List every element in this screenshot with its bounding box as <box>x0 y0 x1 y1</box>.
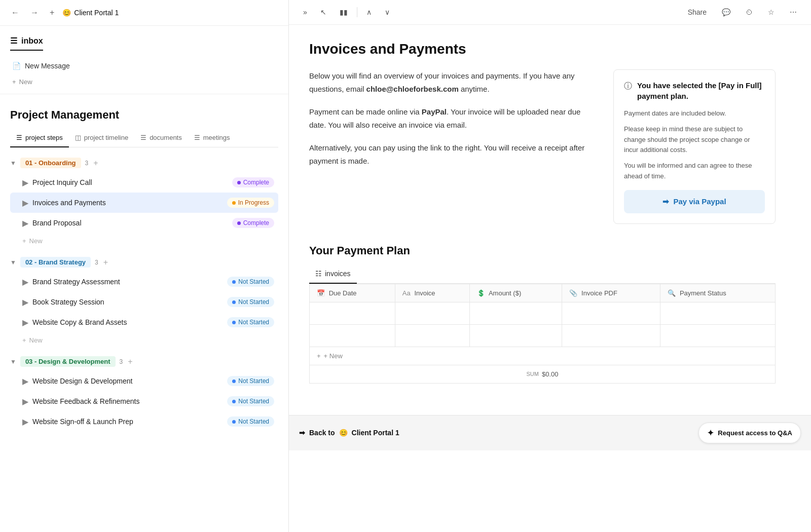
document-icon: 📄 <box>12 62 21 70</box>
tab-project-steps[interactable]: ☰ project steps <box>10 130 69 147</box>
table-add-label: + New <box>324 352 343 360</box>
group-brand-strategy-count: 3 <box>95 259 98 266</box>
task-progress-icon: ▶ <box>22 178 28 187</box>
task-progress-icon: ▶ <box>22 376 28 386</box>
history-button[interactable]: ⏲ <box>742 6 757 18</box>
main-content: Invoices and Payments Below you will fin… <box>289 25 796 415</box>
tab-doc-icon: ☰ <box>140 134 146 141</box>
th-due-date-label: Due Date <box>329 289 357 297</box>
group-design-dev-label: 03 - Design & Development <box>20 356 116 367</box>
prev-button[interactable]: ∧ <box>362 6 376 18</box>
tab-label: project steps <box>25 134 63 141</box>
back-portal-name: Client Portal 1 <box>352 429 399 437</box>
forward-button[interactable]: → <box>27 6 42 19</box>
amount-icon: 💲 <box>477 289 485 297</box>
task-website-signoff[interactable]: ▶ Website Sign-off & Launch Prep Not Sta… <box>10 411 278 432</box>
info-card-line3: You will be informed and can agree to th… <box>624 161 765 182</box>
task-website-copy-brand-assets[interactable]: ▶ Website Copy & Brand Assets Not Starte… <box>10 312 278 332</box>
task-invoices-payments[interactable]: ▶ Invoices and Payments In Progress <box>10 193 278 213</box>
pay-via-paypal-button[interactable]: ➡ Pay via Paypal <box>624 190 765 213</box>
group-brand-strategy-add[interactable]: + <box>103 258 108 267</box>
expand-button[interactable]: » <box>299 6 311 18</box>
group-design-dev-add[interactable]: + <box>128 357 132 366</box>
task-name: Brand Proposal <box>32 219 82 227</box>
cell-amount <box>470 302 562 324</box>
next-button[interactable]: ∨ <box>381 6 394 18</box>
status-badge-not-started: Not Started <box>227 376 274 386</box>
badge-dot <box>232 400 236 403</box>
cell-invoice-pdf <box>562 302 660 324</box>
table-icon: ☷ <box>315 270 322 278</box>
badge-dot <box>232 201 236 205</box>
cell-payment-status <box>660 324 776 347</box>
task-progress-icon: ▶ <box>22 397 28 406</box>
task-progress-icon: ▶ <box>22 218 28 228</box>
add-task-brand-strategy[interactable]: + New <box>10 332 278 348</box>
tab-project-timeline[interactable]: ◫ project timeline <box>69 130 134 147</box>
new-message-item[interactable]: 📄 New Message <box>10 57 278 75</box>
plus-icon: + <box>22 237 26 245</box>
cell-invoice <box>395 324 469 347</box>
group-onboarding-header: ▼ 01 - Onboarding 3 + <box>10 158 278 168</box>
inbox-tab[interactable]: ☰ inbox <box>10 36 43 51</box>
comment-button[interactable]: 💬 <box>718 6 734 18</box>
tab-grid-icon: ◫ <box>75 134 81 141</box>
qa-button[interactable]: ✦ Request access to Q&A <box>698 423 801 443</box>
sum-value: $0.00 <box>542 370 559 378</box>
add-button[interactable]: + <box>47 6 57 19</box>
back-link[interactable]: ➡ Back to 😊 Client Portal 1 <box>299 429 399 437</box>
th-invoice: Aa Invoice <box>395 284 469 302</box>
cell-invoice-pdf <box>562 324 660 347</box>
new-link-label: New <box>19 78 32 86</box>
share-button[interactable]: Share <box>684 6 711 18</box>
pay-btn-label: Pay via Paypal <box>673 197 726 206</box>
more-button[interactable]: ⋯ <box>786 6 801 18</box>
badge-label: Complete <box>243 219 269 226</box>
task-book-strategy-session[interactable]: ▶ Book Strategy Session Not Started <box>10 292 278 312</box>
status-badge-in-progress: In Progress <box>227 198 274 208</box>
task-brand-proposal[interactable]: ▶ Brand Proposal Complete <box>10 213 278 233</box>
badge-label: Not Started <box>238 319 269 326</box>
tab-documents[interactable]: ☰ documents <box>134 130 188 147</box>
tab-meetings[interactable]: ☰ meetings <box>188 130 236 147</box>
status-badge-not-started: Not Started <box>227 396 274 406</box>
info-card-line2: Please keep in mind these are subject to… <box>624 124 765 156</box>
task-name: Book Strategy Session <box>32 298 104 306</box>
invoices-tab-label: invoices <box>325 270 351 278</box>
group-design-dev-header: ▼ 03 - Design & Development 3 + <box>10 356 278 367</box>
table-add-row[interactable]: + + New <box>309 347 776 365</box>
info-card: ⓘ You have selected the [Pay in Full] pa… <box>613 69 776 224</box>
add-task-onboarding[interactable]: + New <box>10 233 278 249</box>
task-website-design-dev[interactable]: ▶ Website Design & Development Not Start… <box>10 371 278 391</box>
status-badge-not-started: Not Started <box>227 317 274 327</box>
content-text: Below you will find an overview of your … <box>309 69 598 224</box>
pay-arrow-icon: ➡ <box>662 197 669 206</box>
info-card-title: You have selected the [Pay in Full] paym… <box>637 80 765 101</box>
table-row <box>310 324 776 347</box>
inbox-section: ☰ inbox 📄 New Message + New <box>0 26 288 94</box>
group-onboarding-count: 3 <box>85 160 89 167</box>
arrow-icon: ➡ <box>299 429 305 437</box>
invoices-tab[interactable]: ☷ invoices <box>309 265 357 284</box>
task-brand-strategy-assessment[interactable]: ▶ Brand Strategy Assessment Not Started <box>10 272 278 292</box>
bookmark-button[interactable]: ☆ <box>764 6 779 18</box>
table-row <box>310 302 776 324</box>
task-website-feedback[interactable]: ▶ Website Feedback & Refinements Not Sta… <box>10 391 278 411</box>
info-card-header: ⓘ You have selected the [Pay in Full] pa… <box>624 80 765 101</box>
search-icon: 🔍 <box>668 289 676 297</box>
back-button[interactable]: ← <box>8 6 22 19</box>
view-toggle-button[interactable]: ▮▮ <box>336 6 352 18</box>
th-payment-status: 🔍 Payment Status <box>660 284 776 302</box>
task-project-inquiry-call[interactable]: ▶ Project Inquiry Call Complete <box>10 172 278 193</box>
status-badge-not-started: Not Started <box>227 277 274 287</box>
task-progress-icon: ▶ <box>22 417 28 427</box>
calendar-icon: 📅 <box>317 289 325 297</box>
th-invoice-pdf-label: Invoice PDF <box>581 289 617 297</box>
divider <box>357 7 357 17</box>
back-page-button[interactable]: ↖ <box>316 6 330 18</box>
plus-icon: + <box>22 336 26 344</box>
paragraph3: Alternatively, you can pay using the lin… <box>309 141 598 167</box>
payment-plan-title: Your Payment Plan <box>309 244 776 257</box>
new-link[interactable]: + New <box>10 75 278 89</box>
group-onboarding-add[interactable]: + <box>93 159 98 168</box>
